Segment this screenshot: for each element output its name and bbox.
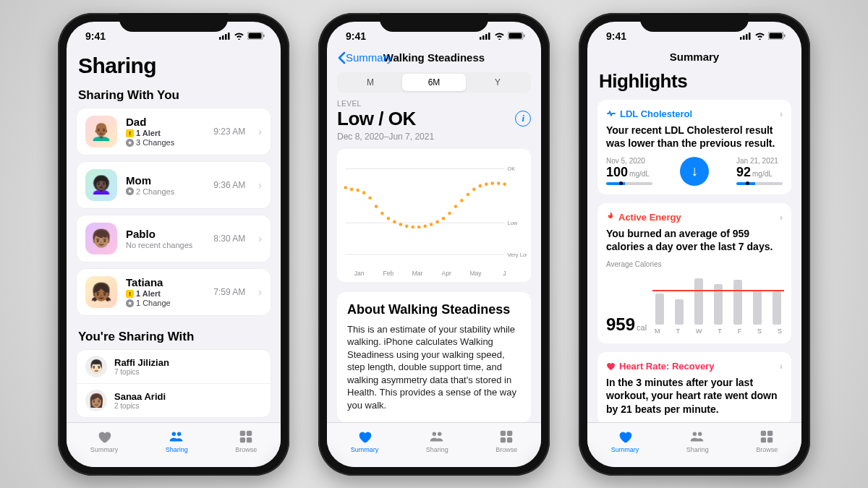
avatar: 👦🏽 <box>85 223 117 254</box>
svg-rect-58 <box>507 431 512 436</box>
svg-point-33 <box>399 223 403 226</box>
avatar: 👩🏿‍🦱 <box>85 169 117 201</box>
svg-rect-61 <box>740 37 742 40</box>
status-icons <box>740 32 786 40</box>
ldl-body: Your recent LDL Cholesterol result was l… <box>606 124 783 150</box>
svg-point-35 <box>411 225 414 228</box>
chevron-right-icon: › <box>258 179 262 191</box>
energy-card[interactable]: Active Energy › You burned an average of… <box>597 203 791 343</box>
energy-bar <box>753 290 762 325</box>
chevron-right-icon: › <box>780 361 783 372</box>
svg-point-26 <box>356 189 359 192</box>
level-label: LEVEL <box>337 100 531 108</box>
svg-text:Feb: Feb <box>383 270 394 277</box>
sharing-out-row[interactable]: 👨🏻 Raffi Jilizian 7 topics <box>77 350 271 383</box>
ldl-card[interactable]: LDL Cholesterol › Your recent LDL Choles… <box>597 100 791 194</box>
svg-point-46 <box>479 184 482 188</box>
avatar: 👨🏻 <box>85 356 107 377</box>
seg-6M[interactable]: 6M <box>402 74 466 91</box>
status-icons <box>219 32 265 40</box>
battery-icon <box>508 32 525 40</box>
chevron-right-icon: › <box>258 233 262 244</box>
contact-row[interactable]: 👦🏽 Pablo No recent changes 8:30 AM › <box>77 215 271 262</box>
svg-text:Low: Low <box>507 220 517 226</box>
energy-bar <box>714 284 723 325</box>
phone-highlights: 9:41 Summary Highlights LDL Cholesterol … <box>579 13 810 476</box>
chevron-right-icon: › <box>780 108 783 119</box>
energy-body: You burned an average of 959 calories a … <box>606 227 783 253</box>
svg-point-37 <box>423 224 427 228</box>
svg-rect-6 <box>263 35 265 38</box>
svg-point-27 <box>362 191 366 194</box>
phone-walking-steadiness: 9:41 Summary Walking Steadiness M6MY LEV… <box>318 13 550 476</box>
chevron-left-icon <box>337 51 346 64</box>
notch <box>640 13 749 32</box>
svg-point-32 <box>393 220 396 223</box>
svg-rect-3 <box>228 33 230 40</box>
contact-name: Mom <box>126 174 205 187</box>
nav-title: Walking Steadiness <box>383 51 485 64</box>
tab-sharing[interactable]: Sharing <box>686 429 709 453</box>
status-time: 9:41 <box>85 30 106 42</box>
info-icon[interactable]: i <box>515 111 531 127</box>
date-range: Dec 8, 2020–Jun 7, 2021 <box>337 132 531 142</box>
chevron-right-icon: › <box>258 286 262 298</box>
svg-rect-14 <box>488 33 490 40</box>
about-card: About Walking Steadiness This is an esti… <box>337 292 531 422</box>
contact-name: Tatiana <box>126 276 205 288</box>
svg-point-43 <box>460 199 464 202</box>
back-button[interactable]: Summary <box>337 51 392 64</box>
contact-row[interactable]: 👨🏾‍🦲 Dad ! 1 Alert ★ 3 Changes 9:23 AM › <box>77 108 271 155</box>
notch <box>380 13 488 32</box>
svg-rect-62 <box>743 35 745 40</box>
signal-icon <box>480 32 491 40</box>
contact-row[interactable]: 👧🏾 Tatiana ! 1 Alert ★ 1 Change 7:59 AM … <box>77 269 271 315</box>
day-label: M <box>655 328 660 335</box>
tab-browse[interactable]: Browse <box>235 429 257 453</box>
tab-summary[interactable]: Summary <box>351 429 379 453</box>
svg-rect-13 <box>485 34 488 40</box>
day-label: T <box>718 328 722 335</box>
svg-rect-69 <box>767 431 773 436</box>
contact-row[interactable]: 👩🏿‍🦱 Mom ★ 2 Changes 9:36 AM › <box>77 162 271 208</box>
sharing-out-row[interactable]: 👩🏽 Sanaa Aridi 2 topics <box>77 383 271 417</box>
svg-text:Very Low: Very Low <box>507 252 527 258</box>
tab-summary[interactable]: Summary <box>90 429 119 453</box>
svg-rect-71 <box>767 437 773 442</box>
heartrate-card[interactable]: Heart Rate: Recovery › In the 3 minutes … <box>597 352 791 421</box>
wifi-icon <box>494 32 505 40</box>
tab-browse[interactable]: Browse <box>756 429 778 453</box>
svg-rect-2 <box>225 34 227 40</box>
tab-sharing[interactable]: Sharing <box>166 429 188 453</box>
svg-rect-60 <box>507 437 512 442</box>
svg-point-44 <box>467 192 470 196</box>
svg-rect-12 <box>482 35 485 40</box>
highlights-title: Highlights <box>599 70 790 93</box>
tab-summary[interactable]: Summary <box>611 429 639 453</box>
section-youre-sharing-with: You're Sharing With <box>78 330 269 344</box>
seg-Y[interactable]: Y <box>466 74 529 91</box>
contact-name: Pablo <box>126 228 205 240</box>
svg-text:Apr: Apr <box>442 270 451 277</box>
time-range-segmented[interactable]: M6MY <box>337 72 531 93</box>
status-icons <box>480 32 525 40</box>
seg-M[interactable]: M <box>339 74 402 91</box>
tab-browse[interactable]: Browse <box>495 429 517 453</box>
steadiness-chart: OKLowVery LowJanFebMarAprMayJ <box>337 149 531 282</box>
svg-rect-0 <box>219 37 221 40</box>
svg-rect-57 <box>501 431 506 436</box>
svg-point-39 <box>435 220 439 223</box>
sharing-out-sub: 2 topics <box>114 402 166 410</box>
svg-rect-63 <box>746 34 748 40</box>
hr-head: Heart Rate: Recovery <box>619 361 715 372</box>
svg-rect-17 <box>524 35 525 38</box>
nav-title: Summary <box>670 51 719 63</box>
wifi-icon <box>754 32 765 40</box>
contact-time: 9:36 AM <box>213 180 245 190</box>
day-label: W <box>696 328 702 335</box>
svg-point-47 <box>485 182 488 186</box>
avatar: 👧🏾 <box>85 276 117 308</box>
tab-bar: Summary Sharing Browse <box>327 422 541 467</box>
tab-sharing[interactable]: Sharing <box>426 429 448 453</box>
vitals-icon <box>606 108 616 119</box>
